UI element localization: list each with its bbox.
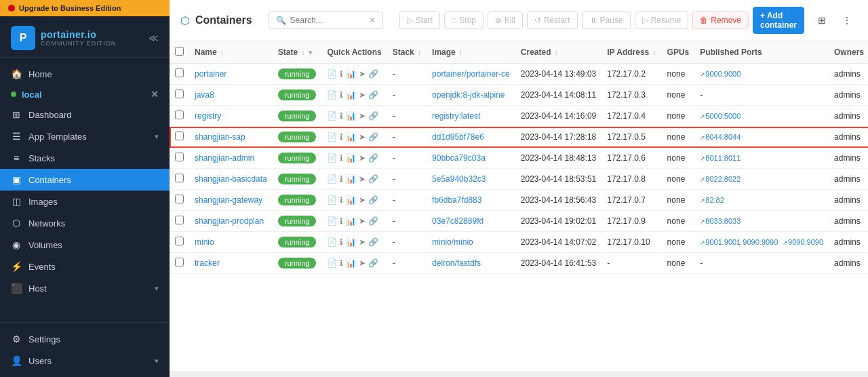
port-link[interactable]: ↗82:82 xyxy=(700,196,724,204)
pause-button[interactable]: ⏸ Pause xyxy=(582,12,631,29)
start-button[interactable]: ▷ Start xyxy=(399,12,440,29)
row-checkbox[interactable] xyxy=(175,90,184,98)
inspect-icon[interactable]: ℹ xyxy=(340,216,343,226)
sidebar-item-settings[interactable]: ⚙ Settings xyxy=(0,328,170,350)
sidebar-item-events[interactable]: ⚡ Events xyxy=(0,256,170,277)
restart-button[interactable]: ↺ Restart xyxy=(527,12,578,29)
sidebar-collapse-button[interactable]: ≪ xyxy=(149,33,159,43)
row-checkbox-cell[interactable] xyxy=(170,253,189,274)
sidebar-item-users[interactable]: 👤 Users ▾ xyxy=(0,350,170,372)
logs-icon[interactable]: 📄 xyxy=(327,216,337,226)
attach-icon[interactable]: 🔗 xyxy=(368,174,378,184)
console-icon[interactable]: ➤ xyxy=(359,258,366,268)
row-checkbox[interactable] xyxy=(175,68,184,77)
stats-icon[interactable]: 📊 xyxy=(346,237,356,247)
attach-icon[interactable]: 🔗 xyxy=(368,69,378,79)
created-sort-icon[interactable]: ↕ xyxy=(555,49,558,56)
inspect-icon[interactable]: ℹ xyxy=(340,195,343,205)
env-close-icon[interactable]: ✕ xyxy=(151,89,159,100)
sidebar-item-host[interactable]: ⬛ Host ▾ xyxy=(0,277,170,299)
container-image-link[interactable]: 90bbca79c03a xyxy=(432,153,486,163)
row-checkbox-cell[interactable] xyxy=(170,64,189,85)
inspect-icon[interactable]: ℹ xyxy=(340,132,343,142)
stats-icon[interactable]: 📊 xyxy=(346,90,356,100)
search-input[interactable] xyxy=(290,16,365,25)
logs-icon[interactable]: 📄 xyxy=(327,174,337,184)
port-link[interactable]: ↗8044:8044 xyxy=(700,133,741,141)
kill-button[interactable]: ⊗ Kill xyxy=(488,12,523,29)
console-icon[interactable]: ➤ xyxy=(359,174,366,184)
row-checkbox[interactable] xyxy=(175,111,184,119)
logs-icon[interactable]: 📄 xyxy=(327,69,337,79)
container-name-link[interactable]: shangjian-prodplan xyxy=(195,216,264,226)
console-icon[interactable]: ➤ xyxy=(359,153,366,163)
sidebar-item-stacks[interactable]: ≡ Stacks xyxy=(0,147,170,169)
upgrade-banner[interactable]: Upgrade to Business Edition xyxy=(0,0,170,16)
stats-icon[interactable]: 📊 xyxy=(346,153,356,163)
image-sort-icon[interactable]: ↕ xyxy=(459,49,462,56)
container-name-link[interactable]: shangjian-admin xyxy=(195,153,254,163)
console-icon[interactable]: ➤ xyxy=(359,195,366,205)
inspect-icon[interactable]: ℹ xyxy=(340,153,343,163)
env-selector[interactable]: local ✕ xyxy=(0,85,170,104)
row-checkbox[interactable] xyxy=(175,195,184,203)
stack-sort-icon[interactable]: ↕ xyxy=(418,49,421,56)
stats-icon[interactable]: 📊 xyxy=(346,69,356,79)
container-name-link[interactable]: portainer xyxy=(195,69,226,79)
stop-button[interactable]: □ Stop xyxy=(444,12,484,29)
sidebar-item-volumes[interactable]: ◉ Volumes xyxy=(0,234,170,256)
stats-icon[interactable]: 📊 xyxy=(346,195,356,205)
sidebar-item-images[interactable]: ◫ Images xyxy=(0,191,170,212)
inspect-icon[interactable]: ℹ xyxy=(340,174,343,184)
attach-icon[interactable]: 🔗 xyxy=(368,216,378,226)
logs-icon[interactable]: 📄 xyxy=(327,111,337,121)
more-options-icon[interactable]: ⋮ xyxy=(837,12,857,29)
row-checkbox-cell[interactable] xyxy=(170,169,189,190)
remove-button[interactable]: 🗑 Remove xyxy=(692,12,749,29)
row-checkbox-cell[interactable] xyxy=(170,232,189,253)
console-icon[interactable]: ➤ xyxy=(359,216,366,226)
container-name-link[interactable]: registry xyxy=(195,111,221,121)
container-image-link[interactable]: 5e5a940b32c3 xyxy=(432,174,486,184)
select-all-header[interactable] xyxy=(170,41,189,64)
row-checkbox-cell[interactable] xyxy=(170,211,189,232)
console-icon[interactable]: ➤ xyxy=(359,237,366,247)
logs-icon[interactable]: 📄 xyxy=(327,258,337,268)
stats-icon[interactable]: 📊 xyxy=(346,258,356,268)
inspect-icon[interactable]: ℹ xyxy=(340,90,343,100)
resume-button[interactable]: ▷ Resume xyxy=(635,12,689,29)
container-image-link[interactable]: registry:latest xyxy=(432,111,480,121)
add-container-button[interactable]: + Add container xyxy=(753,7,804,34)
port-link[interactable]: ↗5000:5000 xyxy=(700,112,741,120)
name-sort-icon[interactable]: ↕ xyxy=(220,49,224,56)
row-checkbox[interactable] xyxy=(175,153,184,161)
container-image-link[interactable]: delron/fastdfs xyxy=(432,258,481,268)
row-checkbox[interactable] xyxy=(175,237,184,245)
stats-icon[interactable]: 📊 xyxy=(346,132,356,142)
port-link[interactable]: ↗8033:8033 xyxy=(700,217,741,225)
attach-icon[interactable]: 🔗 xyxy=(368,237,378,247)
ip-sort-icon[interactable]: ↕ xyxy=(653,49,656,56)
stats-icon[interactable]: 📊 xyxy=(346,216,356,226)
port-link[interactable]: ↗8011:8011 xyxy=(700,154,741,162)
container-image-link[interactable]: openjdk:8-jdk-alpine xyxy=(432,90,505,100)
attach-icon[interactable]: 🔗 xyxy=(368,90,378,100)
row-checkbox[interactable] xyxy=(175,258,184,266)
logs-icon[interactable]: 📄 xyxy=(327,195,337,205)
row-checkbox-cell[interactable] xyxy=(170,106,189,127)
search-clear-icon[interactable]: ✕ xyxy=(369,16,376,25)
logs-icon[interactable]: 📄 xyxy=(327,90,337,100)
container-image-link[interactable]: fb6dba7fd883 xyxy=(432,195,481,205)
row-checkbox-cell[interactable] xyxy=(170,190,189,211)
port-link[interactable]: ↗9000:9000 xyxy=(700,70,741,78)
container-name-link[interactable]: tracker xyxy=(195,258,220,268)
stats-icon[interactable]: 📊 xyxy=(346,174,356,184)
inspect-icon[interactable]: ℹ xyxy=(340,69,343,79)
container-name-link[interactable]: shangjian-gateway xyxy=(195,195,262,205)
inspect-icon[interactable]: ℹ xyxy=(340,237,343,247)
container-name-link[interactable]: minio xyxy=(195,237,214,247)
stats-icon[interactable]: 📊 xyxy=(346,111,356,121)
attach-icon[interactable]: 🔗 xyxy=(368,195,378,205)
container-name-link[interactable]: java8 xyxy=(195,90,214,100)
container-image-link[interactable]: 03e7c82889fd xyxy=(432,216,484,226)
